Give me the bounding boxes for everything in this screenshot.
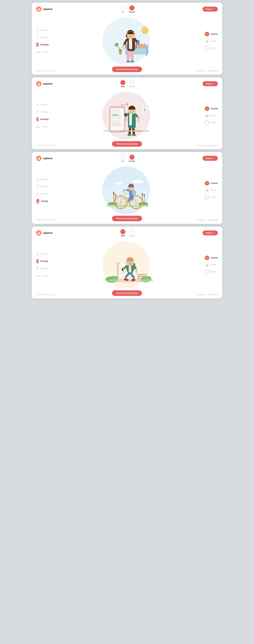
privacy-link-3[interactable]: Privacy Policy (207, 219, 218, 221)
cycling-icon-4 (36, 274, 40, 278)
purchase-button-4[interactable]: Purchase Full Library (112, 290, 142, 296)
activity-running-4[interactable]: Running (36, 259, 46, 264)
cycling-label-4: Cycling (41, 275, 47, 277)
style-outline-3[interactable]: ◑ Outline (205, 188, 218, 192)
panel-3: sapiens ♂ Male ♀ Female Export Walk (32, 152, 222, 224)
walking-icon-3 (36, 177, 39, 182)
logo-text: sapiens (43, 8, 53, 11)
svg-point-88 (133, 110, 133, 111)
standing-label-2: Standing (40, 118, 48, 120)
walking-label: Walking (41, 29, 47, 31)
gender-selector: ♂ Male ♀ Female (120, 6, 135, 13)
gender-female[interactable]: ♀ Female (129, 6, 135, 13)
male-label-3: Male (121, 160, 125, 162)
walking-label-3: Walking (41, 178, 47, 180)
export-button-3[interactable]: Export (203, 156, 218, 161)
activity-standing-2[interactable]: Standing (36, 117, 46, 122)
running-icon-2 (36, 110, 39, 114)
running-label-3: Running (41, 186, 48, 188)
illustration-area-4 (49, 238, 203, 292)
licensing-link-2[interactable]: Licensing (197, 144, 204, 146)
gender-female-4[interactable]: ♀ Female (129, 229, 135, 237)
gender-male-2[interactable]: ♂ Male (120, 80, 125, 88)
export-button-2[interactable]: Export (203, 81, 218, 86)
style-colorful-4[interactable]: 🎨 Colorful (205, 256, 218, 260)
copyright-2: © 2020, UIB LLC. (0.1.8) (36, 144, 55, 146)
gender-male-4[interactable]: ♂ Male (120, 229, 125, 237)
activity-standing-3[interactable]: Standing (36, 192, 46, 196)
standing-label-4: Standing (40, 267, 48, 270)
svg-point-1 (37, 28, 38, 29)
privacy-link-2[interactable]: Privacy Policy (207, 144, 218, 146)
activity-walking-2[interactable]: Walking (36, 102, 46, 107)
svg-line-43 (38, 105, 38, 106)
gender-male-3[interactable]: ♂ Male (120, 154, 125, 162)
activity-cycling-4[interactable]: Cycling (36, 274, 46, 278)
export-button[interactable]: Export (203, 7, 218, 12)
activity-walking[interactable]: Walking (36, 28, 46, 32)
gender-male[interactable]: ♂ Male (120, 6, 125, 13)
activity-cycling[interactable]: Cycling (36, 50, 46, 54)
cycling-label: Cycling (41, 51, 47, 53)
copyright-1: © 2020, UIB LLC. (0.1.8) (36, 70, 55, 72)
cycling-icon-2 (36, 124, 40, 129)
svg-point-116 (113, 192, 114, 195)
illustration-area-1 (49, 14, 203, 68)
activity-running[interactable]: Running (36, 35, 46, 40)
footer-links-2: Licensing Privacy Policy (197, 144, 218, 146)
walking-icon-2 (36, 102, 39, 107)
svg-point-118 (115, 194, 116, 197)
svg-point-27 (130, 60, 134, 62)
purchase-button-2[interactable]: Purchase Full Library (112, 141, 142, 147)
privacy-link-4[interactable]: Privacy Policy (207, 294, 218, 296)
style-subtle-4[interactable]: Subtle (205, 270, 218, 274)
style-subtle-3[interactable]: Subtle (205, 195, 218, 200)
activity-cycling-3[interactable]: Cycling (36, 199, 46, 203)
panel-4: sapiens ♂ Male ♀ Female Export Walk (32, 227, 222, 298)
male-icon-circle-2: ♂ (120, 80, 125, 85)
standing-icon-3 (36, 192, 39, 196)
activity-cycling-2[interactable]: Cycling (36, 124, 46, 129)
logo-area: sapiens (36, 6, 53, 12)
style-subtle[interactable]: Subtle (205, 46, 218, 50)
standing-label-3: Standing (40, 193, 48, 195)
activity-walking-4[interactable]: Walking (36, 252, 46, 256)
style-outline[interactable]: ◑ Outline (205, 39, 218, 43)
activity-standing-4[interactable]: Standing (36, 266, 46, 271)
activity-running-2[interactable]: Running (36, 110, 46, 114)
colorful-icon-2: 🎨 (205, 106, 209, 111)
export-button-4[interactable]: Export (203, 230, 218, 235)
activity-standing[interactable]: Standing (36, 42, 46, 47)
svg-point-35 (133, 34, 135, 35)
svg-rect-62 (112, 121, 119, 122)
svg-point-36 (129, 35, 130, 36)
illustration-svg-4 (99, 241, 153, 288)
gender-female-2[interactable]: ♀ Female (129, 80, 135, 88)
licensing-link-4[interactable]: Licensing (197, 294, 204, 296)
svg-rect-57 (110, 108, 124, 131)
running-icon-4 (36, 259, 39, 264)
logo-avatar-3 (36, 156, 42, 161)
style-colorful-2[interactable]: 🎨 Colorful (205, 106, 218, 111)
cycling-label-3: Cycling (41, 200, 48, 202)
style-colorful[interactable]: 🎨 Colorful (205, 32, 218, 36)
panel-4-footer: © 2020, UIB LLC. (0.1.8) Purchase Full L… (32, 292, 222, 298)
svg-point-81 (127, 134, 132, 136)
style-subtle-2[interactable]: Subtle (205, 120, 218, 125)
style-colorful-3[interactable]: 🎨 Colorful (205, 181, 218, 186)
panel-4-content: Walking Running Standing Cycling (32, 238, 222, 292)
logo-text-4: sapiens (43, 232, 53, 234)
logo-avatar (36, 6, 42, 12)
licensing-link-3[interactable]: Licensing (197, 219, 204, 221)
privacy-link-1[interactable]: Privacy Policy (207, 70, 218, 72)
activity-walking-3[interactable]: Walking (36, 177, 46, 182)
activity-running-3[interactable]: Running (36, 184, 46, 189)
style-outline-4[interactable]: ◑ Outline (205, 262, 218, 267)
svg-point-186 (131, 262, 132, 263)
style-outline-2[interactable]: ◑ Outline (205, 114, 218, 118)
gender-female-3[interactable]: ♀ Female (129, 154, 135, 162)
purchase-button-1[interactable]: Purchase Full Library (112, 66, 142, 72)
svg-line-42 (37, 105, 37, 106)
purchase-button-3[interactable]: Purchase Full Library (112, 216, 142, 221)
licensing-link-1[interactable]: Licensing (197, 70, 204, 72)
